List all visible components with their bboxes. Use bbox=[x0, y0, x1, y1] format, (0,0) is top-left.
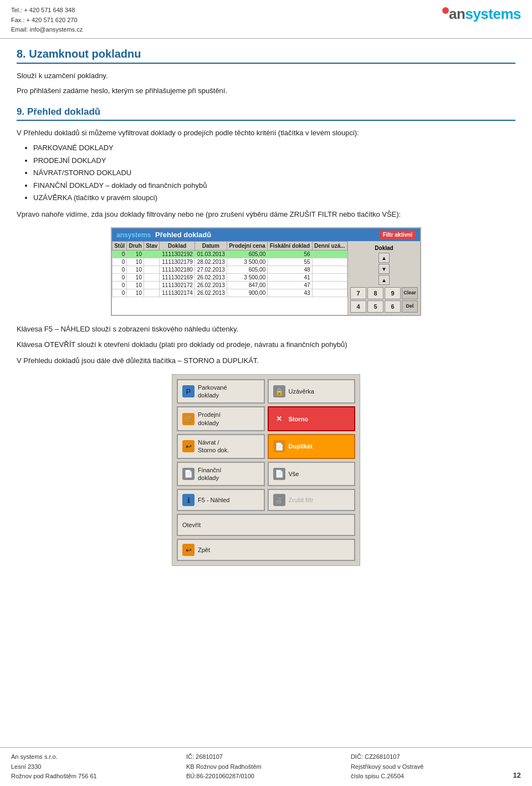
panel-btn-1[interactable]: 🔒 Uzávěrka bbox=[268, 379, 356, 404]
footer-company: An systems s.r.o. bbox=[11, 752, 97, 762]
cell-denn bbox=[312, 266, 347, 274]
cell-fisk: 56 bbox=[268, 251, 312, 258]
dulezita-para: V Přehledu dokladů jsou dále dvě důležit… bbox=[17, 355, 515, 366]
panel-btn-3[interactable]: ✕ Storno bbox=[268, 406, 356, 431]
section8-para2: Pro přihlášení zadáme heslo, kterým se p… bbox=[17, 85, 515, 96]
table-row[interactable]: 0 10 1111302172 26.02.2013 847,00 47 bbox=[112, 282, 347, 289]
footer-ic: IČ: 26810107 bbox=[186, 752, 262, 762]
panel-btn-text-1: Uzávěrka bbox=[289, 387, 314, 395]
panel-btn-text-10: Otevřít bbox=[182, 521, 201, 529]
cell-fisk: 48 bbox=[268, 266, 312, 274]
table-row[interactable]: 0 10 1111302174 26.02.2013 900,00 43 bbox=[112, 289, 347, 297]
footer-bank-name: KB Rožnov pod Radhoštěm bbox=[186, 762, 262, 772]
cell-stav bbox=[144, 282, 159, 289]
col-druh: Druh bbox=[127, 242, 144, 251]
company-logo: ansystems bbox=[442, 6, 521, 23]
cell-stul: 0 bbox=[112, 289, 127, 297]
col-fisk: Fiskální doklad bbox=[268, 242, 312, 251]
panel-btn-9[interactable]: 🖨 Zrušit filtr bbox=[268, 489, 356, 511]
panel-btn-icon-5: 📄 bbox=[273, 440, 285, 452]
table-row[interactable]: 0 10 1111302169 26.02.2013 3 500,00 41 bbox=[112, 274, 347, 282]
panel-btn-text-6: Finančnídoklady bbox=[198, 466, 221, 482]
panel-btn-6[interactable]: 📄 Finančnídoklady bbox=[177, 462, 265, 487]
cell-cena: 3 500,00 bbox=[227, 274, 268, 282]
section9-intro: V Přehledu dokladů si můžeme vyfiltrovat… bbox=[17, 127, 515, 139]
panel-btn-icon-6: 📄 bbox=[182, 468, 195, 480]
otevrit-para: Klávesa OTEVŘÍT slouží k otevření doklad… bbox=[17, 339, 515, 350]
footer-col1: An systems s.r.o. Lesní 2330 Rožnov pod … bbox=[11, 752, 97, 782]
prehled-right-panel: Doklad ▲ ▼ ▲ 789Clear456Del bbox=[348, 241, 420, 315]
footer-bank-account: BÚ:86-2201060287/0100 bbox=[186, 772, 262, 782]
cell-druh: 10 bbox=[127, 274, 144, 282]
panel-btn-7[interactable]: 📄 Vše bbox=[268, 462, 356, 487]
cell-stav bbox=[144, 289, 159, 297]
cell-fisk: 55 bbox=[268, 258, 312, 266]
panel-btn-10[interactable]: Otevřít bbox=[177, 514, 355, 536]
list-item: PRODEJNÍ DOKLADY bbox=[33, 155, 515, 166]
cell-doklad: 1111302179 bbox=[160, 258, 195, 266]
numpad-7-button[interactable]: 7 bbox=[350, 287, 366, 299]
cell-cena: 605,00 bbox=[227, 266, 268, 274]
table-row[interactable]: 0 10 1111302179 28.02.2013 3 500,00 55 bbox=[112, 258, 347, 266]
prehled-header: ansystems Přehled dokladů Filtr aktivní bbox=[112, 228, 420, 241]
contact-info: Tel.: + 420 571 648 348 Fax.: + 420 571 … bbox=[11, 6, 83, 35]
cell-stul: 0 bbox=[112, 258, 127, 266]
panel-btn-8[interactable]: ℹ F5 - Náhled bbox=[177, 489, 265, 511]
numpad-4-button[interactable]: 4 bbox=[350, 300, 366, 313]
numpad: 789Clear456Del bbox=[350, 287, 418, 313]
footer-col2: IČ: 26810107 KB Rožnov pod Radhoštěm BÚ:… bbox=[186, 752, 262, 782]
table-row[interactable]: 0 10 1111302192 01.03.2013 605,00 56 bbox=[112, 251, 347, 258]
footer-dic: DIČ: CZ26810107 bbox=[351, 752, 423, 762]
cell-denn bbox=[312, 289, 347, 297]
scroll-down[interactable]: ▼ bbox=[378, 264, 390, 274]
list-item: UZÁVĚRKA (tlačítko v pravém sloupci) bbox=[33, 192, 515, 203]
criteria-list: PARKOVANÉ DOKLADY PRODEJNÍ DOKLADY NÁVRA… bbox=[33, 142, 515, 203]
cell-stav bbox=[144, 258, 159, 266]
panel-btn-icon-8: ℹ bbox=[182, 494, 195, 506]
cell-fisk: 41 bbox=[268, 274, 312, 282]
col-stav: Stav bbox=[144, 242, 159, 251]
cell-cena: 605,00 bbox=[227, 251, 268, 258]
cell-druh: 10 bbox=[127, 258, 144, 266]
table-row[interactable]: 0 10 1111302180 27.02.2013 605,00 48 bbox=[112, 266, 347, 274]
cell-druh: 10 bbox=[127, 266, 144, 274]
cell-datum: 26.02.2013 bbox=[195, 289, 227, 297]
panel-btn-0[interactable]: P Parkovanédoklady bbox=[177, 379, 265, 404]
cell-stav bbox=[144, 274, 159, 282]
main-content: 8. Uzamknout pokladnu Slouží k uzamčení … bbox=[0, 39, 532, 566]
panel-btn-text-11: Zpět bbox=[198, 546, 210, 554]
cell-datum: 28.02.2013 bbox=[195, 258, 227, 266]
panel-btn-icon-4: ↩ bbox=[182, 440, 195, 452]
panel-btn-text-7: Vše bbox=[289, 470, 299, 478]
cell-doklad: 1111302192 bbox=[160, 251, 195, 258]
cell-druh: 10 bbox=[127, 282, 144, 289]
del-button[interactable]: Del bbox=[402, 300, 418, 313]
panel-btn-4[interactable]: ↩ Návrat /Storno dok. bbox=[177, 434, 265, 459]
panel-btn-11[interactable]: ↩ Zpět bbox=[177, 539, 355, 561]
cell-druh: 10 bbox=[127, 251, 144, 258]
cell-doklad: 1111302180 bbox=[160, 266, 195, 274]
panel-btn-5[interactable]: 📄 Duplikát bbox=[268, 434, 356, 459]
list-item: FINANČNÍ DOKLADY – doklady od finančních… bbox=[33, 180, 515, 191]
documents-table: Stůl Druh Stav Doklad Datum Prodejní cen… bbox=[112, 241, 347, 297]
numpad-6-button[interactable]: 6 bbox=[385, 300, 401, 313]
cell-stul: 0 bbox=[112, 282, 127, 289]
logo-sys: systems bbox=[465, 6, 521, 22]
numpad-8-button[interactable]: 8 bbox=[367, 287, 383, 299]
prehled-logo: ansystems bbox=[116, 231, 151, 239]
prehled-screenshot-container: ansystems Přehled dokladů Filtr aktivní … bbox=[17, 227, 515, 316]
scroll-up[interactable]: ▲ bbox=[378, 253, 390, 263]
numpad-5-button[interactable]: 5 bbox=[367, 300, 383, 313]
panel-btn-text-8: F5 - Náhled bbox=[198, 496, 229, 504]
btn-panel-container: P Parkovanédoklady 🔒 Uzávěrka 🛒 Prodejní… bbox=[17, 374, 515, 566]
numpad-9-button[interactable]: 9 bbox=[385, 287, 401, 299]
panel-btn-text-0: Parkovanédoklady bbox=[198, 384, 227, 400]
filtr-aktivni-badge: Filtr aktivní bbox=[380, 231, 416, 239]
clear-button[interactable]: Clear bbox=[402, 287, 418, 299]
scroll-arrows[interactable]: ▲ ▼ ▲ bbox=[350, 253, 418, 285]
panel-btn-2[interactable]: 🛒 Prodejnídoklady bbox=[177, 406, 265, 431]
scroll-up2[interactable]: ▲ bbox=[378, 275, 390, 285]
cell-denn bbox=[312, 258, 347, 266]
panel-btn-icon-3: ✕ bbox=[273, 413, 285, 425]
cell-stul: 0 bbox=[112, 266, 127, 274]
